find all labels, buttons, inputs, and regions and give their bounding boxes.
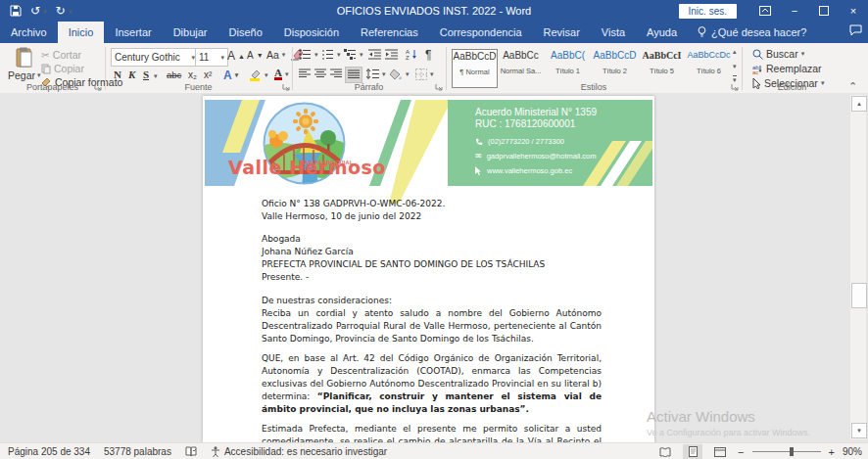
font-color-button[interactable]: A ▾: [274, 68, 288, 80]
tab-dibujar[interactable]: Dibujar: [163, 22, 218, 43]
sort-button[interactable]: AZ: [406, 48, 418, 60]
proofing-icon[interactable]: [185, 446, 197, 457]
zoom-slider-knob[interactable]: [790, 447, 794, 456]
close-button[interactable]: ×: [839, 0, 868, 22]
replace-icon: abac: [752, 64, 763, 74]
multilevel-list-icon: [344, 49, 357, 60]
subscript-button[interactable]: x₂: [188, 69, 197, 80]
replace-label: Reemplazar: [766, 63, 822, 74]
superscript-button[interactable]: x²: [204, 69, 212, 80]
feedback-comment-icon[interactable]: [849, 24, 862, 36]
redo-icon[interactable]: ↻: [56, 5, 66, 17]
tab-referencias[interactable]: Referencias: [350, 22, 429, 43]
clipboard-dialog-launcher[interactable]: [94, 83, 102, 91]
zoom-level[interactable]: 90%: [843, 446, 862, 457]
scroll-down-button[interactable]: ▾: [851, 423, 867, 438]
show-marks-button[interactable]: ¶: [425, 48, 431, 62]
increase-indent-button[interactable]: [385, 49, 398, 60]
zoom-in-button[interactable]: +: [829, 446, 835, 458]
align-center-icon: [314, 69, 326, 79]
scroll-up-button[interactable]: ▴: [851, 96, 867, 112]
align-right-button[interactable]: [330, 69, 342, 79]
style-titulo-2[interactable]: AaBbCcD Título 2: [593, 49, 637, 86]
collapse-ribbon-icon[interactable]: ⌃: [848, 80, 857, 93]
font-dialog-launcher[interactable]: [282, 83, 290, 91]
justify-button[interactable]: [345, 67, 362, 83]
accessibility-status[interactable]: Accesibilidad: es necesario investigar: [211, 446, 387, 457]
numbered-list-icon: [321, 49, 334, 60]
bold-button[interactable]: N: [114, 69, 121, 80]
font-size-combo[interactable]: 11 ▾: [195, 48, 228, 67]
tab-archivo[interactable]: Archivo: [0, 22, 58, 43]
cut-button[interactable]: ✂ Cortar: [41, 49, 81, 61]
tab-ayuda[interactable]: Ayuda: [636, 22, 688, 43]
tab-inicio[interactable]: Inicio: [58, 22, 105, 43]
zoom-out-button[interactable]: −: [738, 446, 744, 458]
styles-scroll-down-icon[interactable]: ▾: [733, 63, 737, 70]
document-page[interactable]: Valle Hermoso GAD PARROQUIAL Acuerdo Min…: [203, 96, 654, 442]
copy-button[interactable]: Copiar: [41, 63, 84, 74]
paste-button[interactable]: Pegar▾: [8, 47, 41, 81]
tell-me-box[interactable]: ¿Qué desea hacer?: [688, 22, 816, 43]
tab-revisar[interactable]: Revisar: [533, 22, 591, 43]
styles-dialog-launcher[interactable]: [731, 83, 739, 91]
undo-icon[interactable]: ↺: [30, 5, 40, 17]
underline-dropdown-icon[interactable]: ▾: [154, 72, 158, 80]
italic-button[interactable]: K: [128, 69, 135, 80]
line-spacing-button[interactable]: ▾: [366, 69, 386, 79]
font-name-combo[interactable]: Century Gothic ▾: [111, 48, 199, 67]
multilevel-list-button[interactable]: ▾: [344, 49, 363, 60]
borders-button[interactable]: ▾: [415, 69, 434, 80]
highlight-button[interactable]: ▾: [249, 69, 268, 81]
style-titulo-6[interactable]: AaBbCcDc Título 6: [687, 49, 731, 86]
quick-access-toolbar: ↺ ▾ ↻ ▾: [0, 5, 72, 17]
restore-button[interactable]: [809, 0, 839, 22]
restore-icon: [819, 6, 829, 16]
tab-insertar[interactable]: Insertar: [104, 22, 162, 43]
align-center-button[interactable]: [314, 69, 326, 79]
save-icon[interactable]: [10, 5, 22, 17]
paragraph-dialog-launcher[interactable]: [435, 83, 443, 91]
zoom-slider[interactable]: [752, 444, 821, 459]
style-normal-sa[interactable]: AaBbCc Normal Sa...: [499, 49, 543, 86]
grow-font-button[interactable]: A▲: [227, 49, 245, 63]
print-layout-view-button[interactable]: [683, 444, 702, 459]
customize-qat-icon[interactable]: ▾: [69, 8, 72, 15]
read-mode-view-button[interactable]: [655, 444, 675, 459]
page-indicator[interactable]: Página 205 de 334: [8, 446, 90, 457]
tab-vista[interactable]: Vista: [591, 22, 636, 43]
tab-disposicion[interactable]: Disposición: [273, 22, 350, 43]
letterhead-info-panel: Acuerdo Ministerial N° 1359 RUC : 176812…: [448, 100, 652, 186]
word-count[interactable]: 53778 palabras: [104, 446, 171, 457]
style-titulo-5[interactable]: AaBbCcI Título 5: [640, 49, 684, 86]
style-titulo-1[interactable]: AaBbC( Título 1: [546, 49, 590, 86]
tab-diseno[interactable]: Diseño: [218, 22, 273, 43]
numbering-button[interactable]: ▾: [321, 49, 341, 60]
decrease-indent-button[interactable]: [368, 49, 381, 60]
change-case-button[interactable]: Aa▾: [266, 49, 285, 61]
tab-correspondencia[interactable]: Correspondencia: [429, 22, 533, 43]
letter-body[interactable]: Oficio N° 138 GADPRVH-O-WMC-06-2022. Val…: [262, 198, 602, 442]
document-canvas[interactable]: Valle Hermoso GAD PARROQUIAL Acuerdo Min…: [0, 93, 868, 442]
clipboard-group-label: Portapapeles: [0, 82, 105, 92]
clipboard-icon: [15, 47, 34, 69]
letterhead-acuerdo: Acuerdo Ministerial N° 1359: [475, 107, 597, 117]
text-effects-button[interactable]: A▾: [223, 69, 238, 82]
styles-scroll-up-icon[interactable]: ▴: [733, 48, 737, 56]
phone-icon: [475, 138, 483, 146]
underline-button[interactable]: S: [143, 69, 149, 80]
web-layout-view-button[interactable]: [710, 444, 730, 459]
replace-button[interactable]: abac Reemplazar: [752, 63, 822, 74]
shading-button[interactable]: ▾: [390, 69, 410, 80]
find-button[interactable]: Buscar ▾: [752, 48, 804, 60]
bullets-button[interactable]: ▾: [299, 49, 318, 60]
scrollbar-thumb[interactable]: [851, 283, 867, 308]
ribbon-display-options-icon[interactable]: [750, 0, 780, 22]
minimize-button[interactable]: −: [780, 0, 809, 22]
shrink-font-button[interactable]: A▼: [247, 50, 264, 61]
strikethrough-button[interactable]: abc: [167, 69, 181, 80]
align-left-button[interactable]: [299, 69, 311, 79]
undo-dropdown-icon[interactable]: ▾: [43, 8, 47, 15]
vertical-scrollbar[interactable]: ▴ ▾: [850, 95, 866, 439]
sign-in-button[interactable]: Inic. ses.: [679, 4, 737, 19]
